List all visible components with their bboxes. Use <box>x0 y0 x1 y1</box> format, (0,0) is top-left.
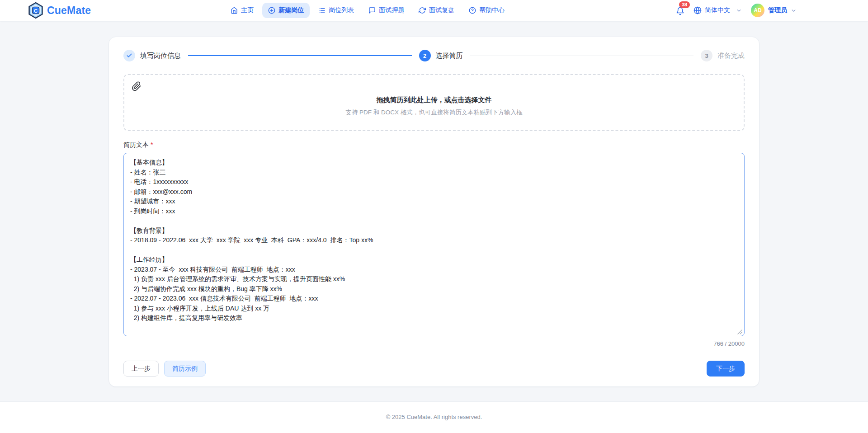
resize-grip-icon[interactable] <box>737 329 742 334</box>
brand-name: CueMate <box>47 5 91 17</box>
copyright-text: © 2025 CueMate. All rights reserved. <box>386 414 482 420</box>
nav-item-interview-questions[interactable]: 面试押题 <box>363 3 410 18</box>
language-selector[interactable]: 简体中文 <box>693 6 742 14</box>
nav-item-label: 面试押题 <box>379 6 404 14</box>
step-job-info: 填写岗位信息 <box>123 50 181 61</box>
step-number: 3 <box>701 50 712 61</box>
question-circle-icon <box>469 7 476 14</box>
step-ready: 3 准备完成 <box>701 50 745 61</box>
cuemate-logo-icon: C <box>28 2 43 19</box>
chevron-down-icon <box>736 8 742 14</box>
chat-bubble-icon <box>368 7 376 14</box>
required-asterisk: * <box>151 141 153 148</box>
resume-sample-button[interactable]: 简历示例 <box>164 361 206 377</box>
step-connector-done <box>188 55 412 56</box>
resume-text-input[interactable]: 【基本信息】 - 姓名：张三 - 电话：1xxxxxxxxxx - 邮箱：xxx… <box>123 153 745 336</box>
dropzone-texts: 拖拽简历到此处上传，或点击选择文件 支持 PDF 和 DOCX 格式，也可直接将… <box>132 89 736 124</box>
char-counter: 766 / 20000 <box>123 340 745 347</box>
chevron-down-icon <box>791 8 797 14</box>
nav-item-new-job[interactable]: 新建岗位 <box>262 3 310 18</box>
top-navbar: C CueMate 主页 新建岗位 岗位列表 面试押 <box>0 0 868 21</box>
user-role-label: 管理员 <box>768 6 787 14</box>
list-icon <box>318 7 326 14</box>
main-nav: 主页 新建岗位 岗位列表 面试押题 面试复盘 <box>225 3 510 18</box>
prev-step-button[interactable]: 上一步 <box>123 361 159 377</box>
main-content: 填写岗位信息 2 选择简历 3 准备完成 拖拽简历到此处上传，或点击选择文件 支… <box>0 21 868 401</box>
nav-item-label: 面试复盘 <box>429 6 454 14</box>
nav-item-label: 主页 <box>241 6 254 14</box>
plus-circle-icon <box>268 7 275 14</box>
nav-item-home[interactable]: 主页 <box>225 3 259 18</box>
nav-item-job-list[interactable]: 岗位列表 <box>312 3 360 18</box>
footer: © 2025 CueMate. All rights reserved. <box>0 401 868 433</box>
globe-icon <box>693 6 702 14</box>
resume-text-label-text: 简历文本 <box>123 141 149 148</box>
navbar-right: 38 简体中文 AD 管理员 <box>676 4 797 17</box>
notifications-button[interactable]: 38 <box>676 5 684 15</box>
nav-item-interview-review[interactable]: 面试复盘 <box>413 3 460 18</box>
nav-item-label: 岗位列表 <box>329 6 354 14</box>
step-connector-pending <box>470 56 694 56</box>
resume-dropzone[interactable]: 拖拽简历到此处上传，或点击选择文件 支持 PDF 和 DOCX 格式，也可直接将… <box>123 74 745 131</box>
nav-item-label: 新建岗位 <box>278 6 304 14</box>
user-menu[interactable]: AD 管理员 <box>751 4 797 17</box>
notification-badge: 38 <box>679 1 690 8</box>
dropzone-hint: 支持 PDF 和 DOCX 格式，也可直接将简历文本粘贴到下方输入框 <box>345 108 523 117</box>
step-select-resume: 2 选择简历 <box>419 50 463 61</box>
resume-text-label: 简历文本* <box>123 141 745 149</box>
brand-home-link[interactable]: C CueMate <box>28 2 91 19</box>
step-label: 准备完成 <box>717 52 745 60</box>
step-number: 2 <box>419 50 431 61</box>
nav-item-help-center[interactable]: 帮助中心 <box>463 3 510 18</box>
step-check-icon <box>123 50 135 61</box>
language-label: 简体中文 <box>705 6 730 14</box>
resume-textarea-wrapper: 【基本信息】 - 姓名：张三 - 电话：1xxxxxxxxxx - 邮箱：xxx… <box>123 153 745 338</box>
step-label: 填写岗位信息 <box>140 52 181 60</box>
stepper: 填写岗位信息 2 选择简历 3 准备完成 <box>123 50 745 61</box>
home-icon <box>231 7 238 14</box>
step-label: 选择简历 <box>436 52 463 60</box>
dropzone-title: 拖拽简历到此处上传，或点击选择文件 <box>377 96 492 104</box>
action-bar: 上一步 简历示例 下一步 <box>123 361 745 377</box>
svg-text:C: C <box>34 8 38 14</box>
create-job-card: 填写岗位信息 2 选择简历 3 准备完成 拖拽简历到此处上传，或点击选择文件 支… <box>108 37 760 387</box>
nav-item-label: 帮助中心 <box>479 6 505 14</box>
avatar: AD <box>751 4 764 17</box>
refresh-icon <box>419 7 426 14</box>
next-step-button[interactable]: 下一步 <box>707 361 745 377</box>
